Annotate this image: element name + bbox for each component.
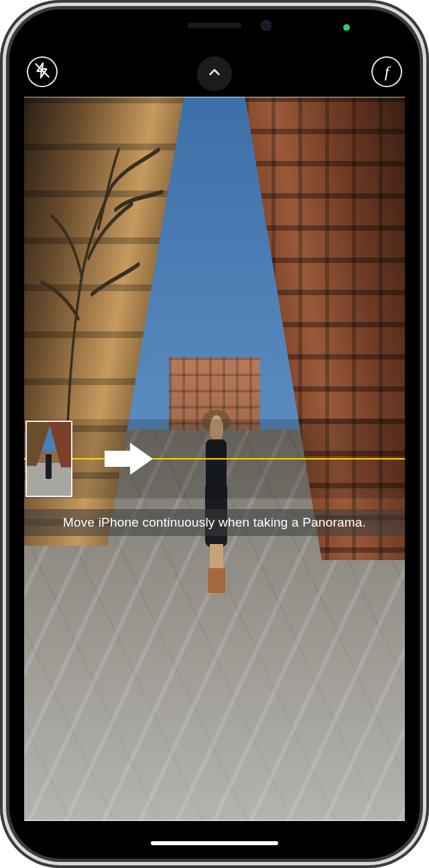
filters-icon: f (385, 63, 389, 81)
viewfinder-edge (24, 97, 405, 98)
chevron-up-icon (207, 65, 222, 83)
volume-up-button (0, 195, 1, 248)
panorama-guide-strip[interactable] (24, 419, 405, 498)
camera-controls-expand-button[interactable] (197, 56, 232, 91)
screen: f (12, 12, 417, 856)
front-camera (261, 20, 271, 31)
filters-button[interactable]: f (371, 56, 402, 87)
flash-off-icon (34, 62, 51, 82)
notch (124, 12, 305, 39)
home-indicator[interactable] (151, 841, 278, 845)
viewfinder-edge (24, 820, 405, 821)
flash-toggle-button[interactable] (27, 56, 58, 87)
volume-down-button (0, 262, 1, 315)
panorama-direction-arrow[interactable] (105, 443, 153, 475)
arrow-right-icon (105, 466, 153, 477)
camera-viewfinder[interactable]: Move iPhone continuously when taking a P… (24, 97, 405, 821)
svg-marker-2 (105, 443, 153, 475)
device-frame: f (0, 0, 429, 868)
panorama-hint-text: Move iPhone continuously when taking a P… (24, 509, 405, 536)
panorama-center-line (24, 458, 405, 459)
earpiece-speaker (188, 23, 241, 28)
ring-switch (0, 141, 1, 168)
camera-in-use-indicator (343, 24, 350, 31)
panorama-preview-thumbnail (25, 421, 72, 497)
